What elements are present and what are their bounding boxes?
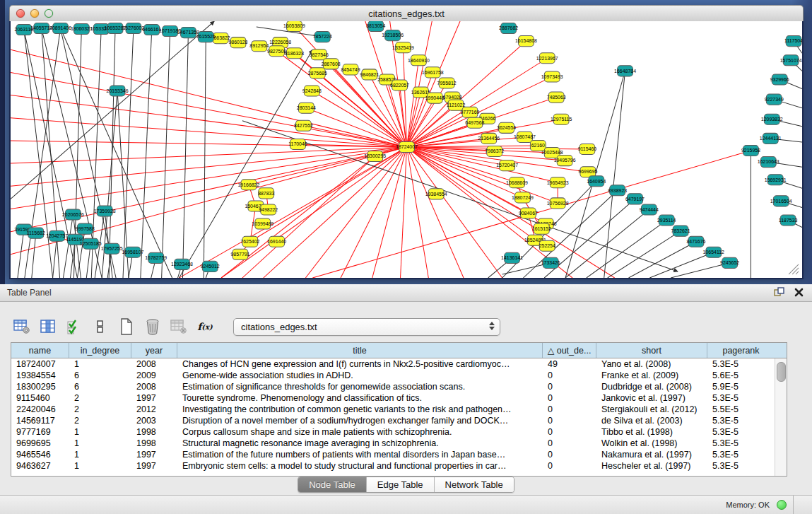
graph-node[interactable]: 9084067 [519, 208, 538, 218]
graph-edge[interactable] [406, 60, 418, 147]
graph-node[interactable]: 1615152 [532, 223, 551, 234]
table-row[interactable]: 946362711997Embryonic stem cells: a mode… [11, 460, 775, 472]
graph-node[interactable]: 9227349 [765, 94, 784, 105]
graph-edge[interactable] [406, 147, 502, 278]
column-header-in_degree[interactable]: in_degree [69, 343, 131, 358]
new-document-icon[interactable] [117, 317, 136, 336]
minimize-button[interactable] [30, 9, 39, 18]
table-row[interactable]: 1830029562008Estimation of significance … [11, 381, 775, 392]
graph-edge[interactable] [565, 209, 649, 278]
graph-node[interactable]: 62160 [530, 140, 546, 151]
graph-edge[interactable] [123, 28, 134, 278]
graph-node[interactable]: 18300295 [364, 151, 386, 162]
table-row[interactable]: 1938455462009Genome-wide association stu… [11, 370, 775, 381]
graph-node[interactable]: 9827508 [267, 46, 286, 57]
table-row[interactable]: 977716911998Corpus callosum shape and si… [11, 426, 775, 438]
table-row[interactable]: 911546021997Tourette syndrome. Phenomeno… [11, 392, 775, 404]
graph-node[interactable]: 21364456 [478, 133, 500, 144]
graph-node[interactable]: 15276002 [122, 23, 144, 34]
graph-node[interactable]: 6822057 [390, 80, 409, 90]
graph-node[interactable]: 13325419 [392, 42, 414, 53]
graph-node[interactable]: 9329966 [770, 74, 789, 85]
column-header-title[interactable]: title [177, 343, 543, 358]
graph-edge[interactable] [11, 147, 406, 186]
graph-node[interactable]: 7615526 [196, 32, 216, 42]
graph-edge[interactable] [406, 147, 522, 197]
graph-node[interactable]: 16154808 [515, 36, 537, 47]
network-graph[interactable]: 1872400718300295193845541605380912226058… [11, 21, 802, 278]
graph-node[interactable]: 16958107 [122, 247, 143, 257]
graph-node[interactable]: 8454749 [341, 64, 360, 75]
graph-edge[interactable] [242, 156, 375, 278]
graph-node[interactable]: 3624554 [497, 122, 516, 133]
graph-node[interactable]: 17359928 [94, 206, 116, 216]
close-button[interactable] [16, 9, 25, 18]
graph-node[interactable]: 20206576 [62, 209, 84, 220]
graph-node[interactable]: 2803144 [297, 103, 316, 113]
merge-columns-icon[interactable] [91, 317, 110, 336]
tab-network-table[interactable]: Network Table [435, 477, 514, 492]
graph-node[interactable]: 2867608 [322, 59, 341, 69]
graph-node[interactable]: 1691440 [267, 236, 286, 247]
graph-edge[interactable] [18, 230, 24, 278]
column-header-name[interactable]: name [11, 343, 69, 358]
graph-node[interactable]: 1170046 [288, 139, 307, 149]
column-header-pagerank[interactable]: pagerank [707, 343, 775, 358]
close-panel-icon[interactable] [794, 287, 804, 300]
network-canvas[interactable]: 1872400718300295193845541605380912226058… [9, 21, 804, 279]
graph-node[interactable]: 10399489 [252, 218, 273, 229]
table-panel-header[interactable]: Table Panel [0, 284, 812, 302]
graph-edge[interactable] [204, 37, 206, 278]
graph-edge[interactable] [24, 30, 53, 278]
graph-node[interactable]: 9857791 [230, 249, 249, 259]
column-header-year[interactable]: year [131, 343, 177, 358]
table-row[interactable]: 946554611997Estimation of the future num… [11, 449, 775, 460]
graph-node[interactable]: 10973493 [541, 71, 563, 82]
graph-node[interactable]: 9860128 [228, 37, 247, 48]
tab-node-table[interactable]: Node Table [298, 477, 367, 492]
graph-node[interactable]: 1187533 [779, 215, 798, 226]
graph-node[interactable]: 2935114 [657, 215, 676, 226]
graph-node[interactable]: 8938923 [608, 185, 627, 196]
column-header-out_de[interactable]: △ out_de... [543, 343, 596, 358]
graph-node[interactable]: 12213967 [536, 53, 558, 64]
graph-node[interactable]: 6479197 [625, 194, 645, 204]
table-row[interactable]: 1456911722003Disruption of a novel membe… [11, 415, 775, 426]
graph-node[interactable]: 9245652 [720, 257, 739, 268]
table-settings-icon[interactable] [13, 317, 31, 336]
graph-node[interactable]: 16210643 [758, 157, 779, 168]
vertical-scrollbar[interactable] [775, 358, 787, 476]
scrollbar-thumb[interactable] [777, 362, 786, 382]
graph-node[interactable]: 9115460 [578, 144, 597, 154]
float-panel-icon[interactable] [774, 287, 784, 300]
graph-node[interactable]: 8813054 [366, 21, 385, 32]
graph-node[interactable]: 9215958 [741, 145, 760, 156]
graph-node[interactable]: 17957255 [101, 243, 123, 254]
table-row[interactable]: 2242004622012Investigating the contribut… [11, 404, 775, 415]
graph-edge[interactable] [141, 30, 152, 278]
graph-node[interactable]: 9997588 [76, 223, 95, 234]
graph-node[interactable]: 1640954 [587, 176, 606, 187]
graph-node[interactable]: 7832621 [671, 226, 690, 236]
graph-edge[interactable] [406, 147, 428, 278]
graph-node[interactable]: 19218506 [382, 30, 404, 41]
graph-node[interactable]: 9245012 [201, 261, 220, 271]
graph-node[interactable]: 9498222 [259, 204, 278, 215]
graph-node[interactable]: 19654923 [547, 177, 569, 188]
graph-node[interactable]: 19495796 [554, 156, 576, 166]
graph-node[interactable]: 16648784 [614, 66, 636, 76]
graph-node[interactable]: 12444131 [760, 133, 782, 144]
graph-node[interactable]: 19166822 [237, 180, 259, 190]
graph-node[interactable]: 12975115 [551, 114, 572, 124]
network-view-window[interactable]: citations_edges.txt 18724007183002951938… [9, 5, 804, 279]
graph-node[interactable]: 2875685 [308, 68, 327, 78]
graph-node[interactable]: 12042757 [46, 230, 68, 241]
table-row[interactable]: 969969511998Structural magnetic resonanc… [11, 438, 775, 449]
graph-node[interactable]: 17016504 [770, 196, 792, 206]
graph-node[interactable]: 9846821 [360, 69, 379, 80]
window-titlebar[interactable]: citations_edges.txt [9, 5, 804, 23]
graph-node[interactable]: 1990448 [425, 93, 445, 103]
graph-node[interactable]: 7857224 [313, 32, 332, 42]
zoom-button[interactable] [45, 9, 53, 18]
graph-node[interactable]: 7485063 [547, 92, 566, 103]
